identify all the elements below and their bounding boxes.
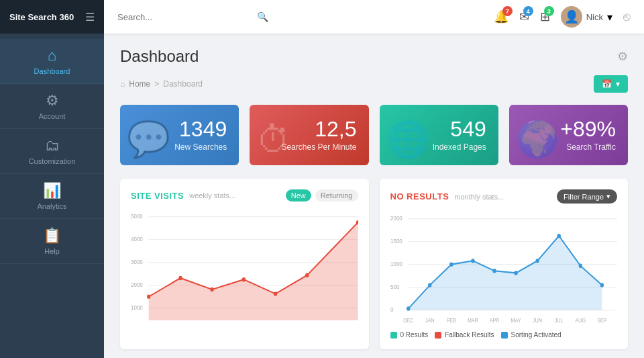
no-results-chart-card: NO RESULTS monthly stats... Filter Range… [380, 179, 629, 349]
stat-label-traffic: Search Traffic [566, 142, 616, 152]
svg-text:1000: 1000 [131, 304, 143, 311]
sidebar-item-dashboard[interactable]: ⌂ Dashboard [0, 39, 104, 84]
world-bg-icon: 🌍 [516, 119, 559, 160]
svg-point-44 [514, 271, 517, 275]
stat-card-search-traffic: 🌍 +89% Search Traffic [509, 105, 628, 165]
search-input[interactable] [117, 12, 252, 22]
site-visits-subtitle: weekly stats... [189, 191, 235, 199]
sidebar-item-account[interactable]: ⚙ Account [0, 84, 104, 129]
chat-bg-icon: 💬 [127, 119, 170, 160]
breadcrumb: ⌂ Home > Dashboard [120, 79, 203, 89]
sidebar-nav: ⌂ Dashboard ⚙ Account 🗂 Customization 📊 … [0, 34, 104, 264]
topbar: 🔍 🔔 7 ✉ 4 ⊞ 3 👤 Nick ▾ ⎋ [104, 0, 644, 34]
svg-text:MAY: MAY [511, 317, 521, 324]
svg-text:4000: 4000 [131, 235, 143, 242]
breadcrumb-current: Dashboard [163, 79, 203, 89]
stat-label-searches: New Searches [174, 142, 227, 152]
chevron-down-icon: ▾ [607, 11, 612, 24]
svg-text:AUG: AUG [575, 317, 585, 324]
charts-row: SITE VISITS weekly stats... New Returnin… [120, 179, 628, 349]
sidebar-item-help[interactable]: 📋 Help [0, 219, 104, 264]
stat-card-new-searches: 💬 1349 New Searches [120, 105, 239, 165]
stat-number-spm: 12,5 [315, 118, 356, 140]
svg-text:MAR: MAR [468, 317, 478, 324]
site-visits-title-section: SITE VISITS weekly stats... [131, 191, 235, 201]
timer-bg-icon: ⏱ [256, 120, 291, 160]
svg-text:5000: 5000 [131, 212, 143, 220]
svg-point-16 [305, 273, 309, 277]
svg-point-41 [449, 262, 453, 266]
calendar-chevron: ▾ [616, 79, 620, 89]
svg-point-40 [428, 283, 431, 287]
site-visits-title: SITE VISITS [131, 191, 184, 201]
notifications-badge: 7 [502, 6, 513, 16]
sidebar-label-dashboard: Dashboard [34, 67, 70, 75]
breadcrumb-separator: > [154, 79, 159, 89]
svg-point-42 [471, 259, 474, 263]
site-visits-chart-area: 5000 4000 3000 2000 1000 [131, 210, 358, 324]
legend-dot-green [390, 332, 397, 339]
analytics-icon: 📊 [43, 182, 61, 199]
svg-point-11 [147, 294, 150, 298]
hamburger-icon[interactable]: ☰ [85, 11, 95, 24]
stats-row: 💬 1349 New Searches ⏱ 12,5 Searches Per … [120, 105, 628, 165]
sidebar-label-customization: Customization [29, 157, 76, 165]
grid-badge: 3 [544, 6, 554, 16]
svg-marker-38 [408, 236, 602, 310]
svg-text:500: 500 [390, 283, 399, 290]
globe-bg-icon: 🌐 [386, 119, 430, 160]
no-results-chart-area: 2000 1500 1000 500 0 DEC JAN [390, 212, 618, 326]
logout-icon[interactable]: ⎋ [623, 10, 631, 24]
site-visits-header: SITE VISITS weekly stats... New Returnin… [131, 189, 358, 202]
svg-text:APR: APR [489, 317, 499, 324]
svg-text:1500: 1500 [390, 237, 402, 244]
badge-new[interactable]: New [286, 189, 311, 202]
legend-fallback: Fallback Results [435, 331, 494, 339]
svg-point-15 [274, 292, 277, 296]
username: Nick [586, 12, 603, 22]
stat-number-traffic: +89% [560, 118, 616, 140]
svg-point-43 [492, 269, 496, 273]
calendar-icon: 📅 [602, 79, 612, 89]
legend-label-0-results: 0 Results [400, 331, 429, 339]
no-results-svg: 2000 1500 1000 500 0 DEC JAN [390, 212, 618, 326]
app-title: Site Search 360 [9, 12, 74, 22]
svg-point-12 [178, 276, 182, 280]
legend-0-results: 0 Results [390, 331, 429, 339]
search-icon: 🔍 [257, 11, 268, 22]
svg-point-46 [557, 234, 560, 238]
main-area: 🔍 🔔 7 ✉ 4 ⊞ 3 👤 Nick ▾ ⎋ [104, 0, 644, 358]
sidebar-label-account: Account [39, 112, 66, 120]
svg-point-39 [407, 306, 410, 310]
grid-icon-button[interactable]: ⊞ 3 [540, 9, 550, 24]
badge-returning[interactable]: Returning [315, 189, 358, 202]
calendar-button[interactable]: 📅 ▾ [594, 75, 628, 93]
site-visits-svg: 5000 4000 3000 2000 1000 [131, 210, 358, 324]
page-title: Dashboard [120, 47, 199, 66]
stat-label-spm: Searches Per Minute [281, 142, 356, 152]
breadcrumb-home[interactable]: Home [129, 79, 150, 89]
svg-point-13 [210, 287, 213, 292]
sidebar-header: Site Search 360 ☰ [0, 0, 104, 34]
sidebar-item-customization[interactable]: 🗂 Customization [0, 129, 104, 174]
svg-point-48 [600, 283, 603, 287]
sidebar-label-analytics: Analytics [37, 202, 66, 210]
svg-text:DEC: DEC [403, 317, 413, 324]
home-icon: ⌂ [48, 47, 56, 64]
legend-label-sorting: Sorting Activated [511, 331, 561, 339]
svg-point-45 [535, 259, 539, 263]
no-results-legend: 0 Results Fallback Results Sorting Activ… [390, 331, 618, 339]
home-icon-small: ⌂ [120, 79, 125, 89]
sidebar-item-analytics[interactable]: 📊 Analytics [0, 174, 104, 219]
notifications-icon-button[interactable]: 🔔 7 [494, 9, 508, 24]
svg-text:JAN: JAN [425, 317, 435, 324]
sidebar: Site Search 360 ☰ ⌂ Dashboard ⚙ Account … [0, 0, 104, 358]
stat-label-indexed: Indexed Pages [433, 142, 486, 152]
svg-text:JUN: JUN [533, 317, 542, 324]
messages-icon-button[interactable]: ✉ 4 [519, 9, 529, 24]
settings-icon[interactable]: ⚙ [617, 49, 628, 64]
user-menu[interactable]: 👤 Nick ▾ [561, 6, 612, 28]
avatar: 👤 [561, 6, 582, 28]
account-icon: ⚙ [46, 92, 59, 109]
filter-range-button[interactable]: Filter Range ▾ [557, 189, 617, 204]
